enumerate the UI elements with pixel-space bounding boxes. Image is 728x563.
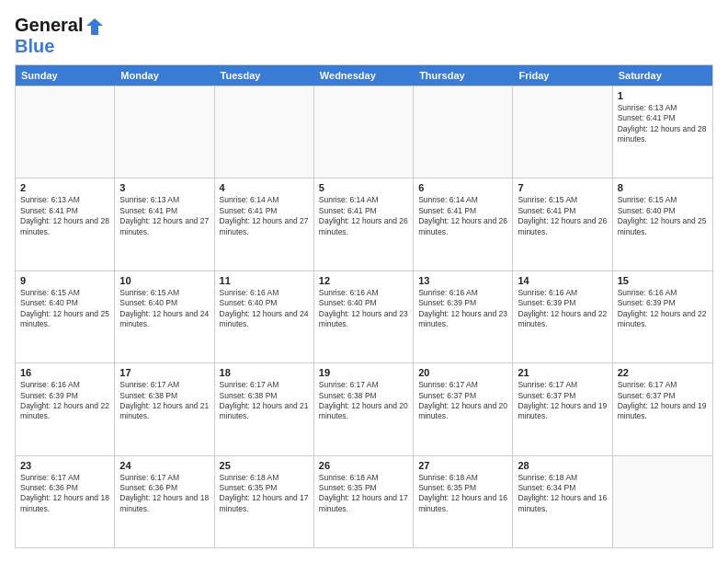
cal-cell (513, 86, 612, 178)
logo-bird-icon (85, 17, 105, 37)
day-info: Sunrise: 6:17 AM Sunset: 6:37 PM Dayligh… (518, 380, 607, 422)
cal-cell: 9Sunrise: 6:15 AM Sunset: 6:40 PM Daylig… (16, 271, 115, 362)
cal-cell (115, 86, 214, 178)
week-row-2: 2Sunrise: 6:13 AM Sunset: 6:41 PM Daylig… (16, 178, 712, 270)
day-info: Sunrise: 6:14 AM Sunset: 6:41 PM Dayligh… (220, 195, 309, 237)
cal-cell: 28Sunrise: 6:18 AM Sunset: 6:34 PM Dayli… (513, 456, 612, 547)
cal-cell: 22Sunrise: 6:17 AM Sunset: 6:37 PM Dayli… (613, 363, 712, 454)
cal-cell (613, 456, 712, 547)
day-number: 8 (618, 182, 708, 193)
cal-cell: 11Sunrise: 6:16 AM Sunset: 6:40 PM Dayli… (215, 271, 314, 362)
header: General Blue (15, 15, 713, 55)
day-number: 17 (119, 367, 209, 378)
cal-cell: 2Sunrise: 6:13 AM Sunset: 6:41 PM Daylig… (16, 178, 115, 270)
week-row-4: 16Sunrise: 6:16 AM Sunset: 6:39 PM Dayli… (16, 362, 712, 454)
day-number: 16 (20, 367, 109, 378)
cal-cell: 17Sunrise: 6:17 AM Sunset: 6:38 PM Dayli… (115, 363, 214, 454)
day-number: 24 (119, 460, 209, 471)
cal-cell (414, 86, 513, 178)
day-number: 15 (618, 275, 708, 286)
day-info: Sunrise: 6:15 AM Sunset: 6:40 PM Dayligh… (618, 195, 708, 237)
weekday-header-wednesday: Wednesday (314, 65, 414, 86)
cal-cell: 26Sunrise: 6:18 AM Sunset: 6:35 PM Dayli… (314, 456, 414, 547)
cal-cell: 25Sunrise: 6:18 AM Sunset: 6:35 PM Dayli… (215, 456, 314, 547)
day-info: Sunrise: 6:18 AM Sunset: 6:34 PM Dayligh… (518, 473, 607, 515)
day-info: Sunrise: 6:17 AM Sunset: 6:38 PM Dayligh… (220, 380, 309, 422)
cal-cell: 18Sunrise: 6:17 AM Sunset: 6:38 PM Dayli… (215, 363, 314, 454)
calendar-header: SundayMondayTuesdayWednesdayThursdayFrid… (16, 65, 712, 86)
svg-marker-0 (86, 18, 103, 35)
cal-cell: 16Sunrise: 6:16 AM Sunset: 6:39 PM Dayli… (16, 363, 115, 454)
cal-cell: 15Sunrise: 6:16 AM Sunset: 6:39 PM Dayli… (613, 271, 712, 362)
cal-cell: 6Sunrise: 6:14 AM Sunset: 6:41 PM Daylig… (414, 178, 513, 270)
day-info: Sunrise: 6:16 AM Sunset: 6:39 PM Dayligh… (418, 288, 507, 330)
weekday-header-friday: Friday (513, 65, 612, 86)
cal-cell: 24Sunrise: 6:17 AM Sunset: 6:36 PM Dayli… (115, 456, 214, 547)
day-info: Sunrise: 6:18 AM Sunset: 6:35 PM Dayligh… (220, 473, 309, 515)
cal-cell: 27Sunrise: 6:18 AM Sunset: 6:35 PM Dayli… (414, 456, 513, 547)
logo-general: General (15, 15, 105, 37)
day-info: Sunrise: 6:16 AM Sunset: 6:39 PM Dayligh… (618, 288, 708, 330)
day-number: 23 (20, 460, 109, 471)
day-info: Sunrise: 6:14 AM Sunset: 6:41 PM Dayligh… (319, 195, 408, 237)
day-info: Sunrise: 6:16 AM Sunset: 6:39 PM Dayligh… (20, 380, 109, 422)
weekday-header-saturday: Saturday (613, 65, 712, 86)
day-number: 26 (319, 460, 408, 471)
cal-cell: 14Sunrise: 6:16 AM Sunset: 6:39 PM Dayli… (513, 271, 612, 362)
day-number: 9 (20, 275, 109, 286)
cal-cell (16, 86, 115, 178)
day-number: 21 (518, 367, 607, 378)
weekday-header-monday: Monday (115, 65, 214, 86)
cal-cell: 23Sunrise: 6:17 AM Sunset: 6:36 PM Dayli… (16, 456, 115, 547)
day-info: Sunrise: 6:14 AM Sunset: 6:41 PM Dayligh… (418, 195, 507, 237)
day-info: Sunrise: 6:17 AM Sunset: 6:37 PM Dayligh… (618, 380, 708, 422)
day-number: 6 (418, 182, 507, 193)
day-number: 28 (518, 460, 607, 471)
week-row-5: 23Sunrise: 6:17 AM Sunset: 6:36 PM Dayli… (16, 455, 712, 547)
calendar-body: 1Sunrise: 6:13 AM Sunset: 6:41 PM Daylig… (16, 86, 712, 547)
day-info: Sunrise: 6:17 AM Sunset: 6:36 PM Dayligh… (20, 473, 109, 515)
weekday-header-tuesday: Tuesday (215, 65, 314, 86)
cal-cell: 21Sunrise: 6:17 AM Sunset: 6:37 PM Dayli… (513, 363, 612, 454)
day-number: 7 (518, 182, 607, 193)
day-info: Sunrise: 6:17 AM Sunset: 6:36 PM Dayligh… (119, 473, 209, 515)
day-number: 18 (220, 367, 309, 378)
day-number: 2 (20, 182, 109, 193)
logo: General Blue (15, 15, 105, 55)
day-info: Sunrise: 6:16 AM Sunset: 6:40 PM Dayligh… (319, 288, 408, 330)
day-info: Sunrise: 6:18 AM Sunset: 6:35 PM Dayligh… (418, 473, 507, 515)
day-info: Sunrise: 6:15 AM Sunset: 6:40 PM Dayligh… (20, 288, 109, 330)
day-info: Sunrise: 6:18 AM Sunset: 6:35 PM Dayligh… (319, 473, 408, 515)
cal-cell (215, 86, 314, 178)
week-row-3: 9Sunrise: 6:15 AM Sunset: 6:40 PM Daylig… (16, 270, 712, 362)
day-info: Sunrise: 6:17 AM Sunset: 6:37 PM Dayligh… (418, 380, 507, 422)
cal-cell: 1Sunrise: 6:13 AM Sunset: 6:41 PM Daylig… (613, 86, 712, 178)
logo-blue: Blue (15, 37, 105, 55)
day-number: 11 (220, 275, 309, 286)
day-info: Sunrise: 6:13 AM Sunset: 6:41 PM Dayligh… (618, 103, 708, 145)
cal-cell: 7Sunrise: 6:15 AM Sunset: 6:41 PM Daylig… (513, 178, 612, 270)
cal-cell: 12Sunrise: 6:16 AM Sunset: 6:40 PM Dayli… (314, 271, 414, 362)
day-number: 19 (319, 367, 408, 378)
day-number: 14 (518, 275, 607, 286)
cal-cell: 13Sunrise: 6:16 AM Sunset: 6:39 PM Dayli… (414, 271, 513, 362)
day-info: Sunrise: 6:13 AM Sunset: 6:41 PM Dayligh… (20, 195, 109, 237)
day-info: Sunrise: 6:17 AM Sunset: 6:38 PM Dayligh… (119, 380, 209, 422)
day-info: Sunrise: 6:17 AM Sunset: 6:38 PM Dayligh… (319, 380, 408, 422)
day-number: 3 (119, 182, 209, 193)
day-info: Sunrise: 6:16 AM Sunset: 6:40 PM Dayligh… (220, 288, 309, 330)
day-info: Sunrise: 6:16 AM Sunset: 6:39 PM Dayligh… (518, 288, 607, 330)
cal-cell: 4Sunrise: 6:14 AM Sunset: 6:41 PM Daylig… (215, 178, 314, 270)
cal-cell (314, 86, 414, 178)
day-number: 20 (418, 367, 507, 378)
day-info: Sunrise: 6:13 AM Sunset: 6:41 PM Dayligh… (119, 195, 209, 237)
cal-cell: 3Sunrise: 6:13 AM Sunset: 6:41 PM Daylig… (115, 178, 214, 270)
day-number: 5 (319, 182, 408, 193)
day-number: 10 (119, 275, 209, 286)
weekday-header-thursday: Thursday (414, 65, 513, 86)
day-number: 25 (220, 460, 309, 471)
cal-cell: 8Sunrise: 6:15 AM Sunset: 6:40 PM Daylig… (613, 178, 712, 270)
page: General Blue SundayMondayTuesdayWednesda… (0, 0, 728, 563)
day-number: 27 (418, 460, 507, 471)
calendar: SundayMondayTuesdayWednesdayThursdayFrid… (15, 64, 713, 548)
